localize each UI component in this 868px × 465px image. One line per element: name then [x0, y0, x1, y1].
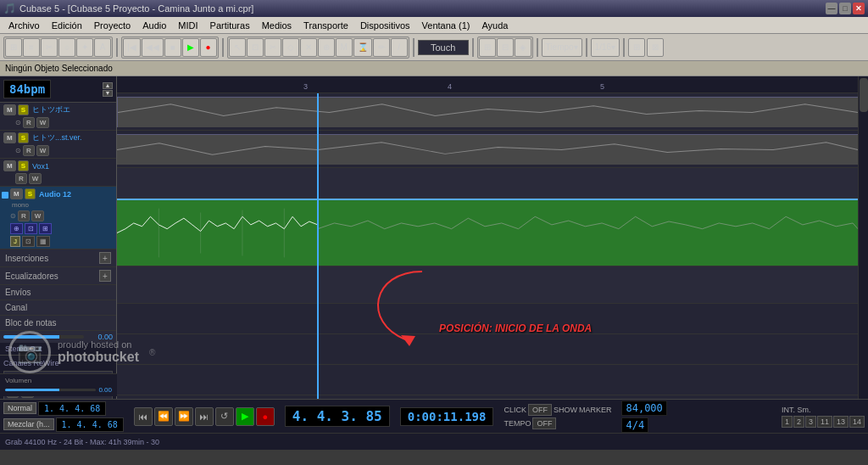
toolbar-btn-5[interactable]: ✦ — [76, 38, 93, 57]
line-tool[interactable]: / — [391, 38, 408, 57]
menu-edicion[interactable]: Edición — [47, 19, 87, 32]
canal-section[interactable]: Canal — [0, 300, 116, 316]
solo-btn-audio12[interactable]: S — [25, 188, 36, 199]
play-transport-btn[interactable]: ▶ — [236, 407, 254, 426]
write-btn-2[interactable]: W — [36, 145, 50, 156]
audio-ch-btn-1[interactable]: ⊕ — [10, 223, 23, 234]
marker-13[interactable]: 13 — [833, 416, 849, 428]
time-warp-tool[interactable]: ⌛ — [353, 38, 372, 57]
marker-3[interactable]: 3 — [805, 416, 816, 428]
menu-ayuda[interactable]: Ayuda — [476, 19, 513, 32]
inserts-add-btn[interactable]: + — [99, 252, 111, 264]
minimize-button[interactable]: — — [826, 3, 837, 14]
close-button[interactable]: ✕ — [853, 3, 865, 14]
tempo-dropdown[interactable]: Tiempo ▾ — [542, 38, 582, 57]
marker-1[interactable]: 1 — [782, 416, 793, 428]
solo-btn-1[interactable]: S — [18, 104, 29, 115]
toolbar-btn-4[interactable]: ⟐ — [58, 38, 75, 57]
audio-ch-btn-4[interactable]: J — [10, 236, 20, 247]
loop-btn[interactable]: ↺ — [215, 407, 234, 426]
normal-btn[interactable]: Normal — [3, 402, 36, 414]
track-audio12-content[interactable] — [117, 199, 858, 266]
quantize-dropdown[interactable]: 1/16 ▾ — [591, 38, 620, 57]
tempo-off-btn[interactable]: OFF — [532, 417, 556, 429]
marker-2[interactable]: 2 — [793, 416, 804, 428]
toolbar-btn-3[interactable]: ✂ — [41, 38, 58, 57]
extra-btn-1[interactable]: ⊞ — [628, 38, 645, 57]
menu-partituras[interactable]: Partituras — [205, 19, 255, 32]
track-vox1-content[interactable] — [117, 168, 858, 198]
bpm-down[interactable]: ▼ — [103, 90, 113, 97]
read-btn-2[interactable]: R — [23, 145, 35, 156]
rewind-btn[interactable]: ⏮ — [134, 407, 153, 426]
marker-14[interactable]: 14 — [849, 416, 865, 428]
grid-btn[interactable]: ⊟ — [497, 38, 514, 57]
snap-btn[interactable]: ⊞ — [479, 38, 496, 57]
menu-archivo[interactable]: Archivo — [3, 19, 45, 32]
go-end-transport-btn[interactable]: ⏭ — [195, 407, 214, 426]
solo-btn-2[interactable]: S — [18, 132, 29, 143]
track-1-clip[interactable] — [117, 97, 858, 127]
pointer-tool[interactable]: ↖ — [229, 38, 246, 57]
write-btn-audio12[interactable]: W — [31, 210, 45, 221]
toolbar-btn-6[interactable]: A — [94, 38, 111, 57]
track-empty-1[interactable] — [117, 304, 858, 334]
touch-display[interactable]: Touch — [418, 40, 469, 55]
track-empty-2[interactable] — [117, 334, 858, 365]
bpm-display[interactable]: 84bpm — [3, 80, 51, 98]
record-btn[interactable]: ● — [200, 38, 217, 57]
toolbar-btn-2[interactable]: ≡ — [23, 38, 40, 57]
audio-ch-btn-2[interactable]: ⊡ — [25, 223, 37, 234]
track-empty-3[interactable] — [117, 365, 858, 395]
maximize-button[interactable]: □ — [839, 3, 851, 14]
zoom-tool[interactable]: ⊕ — [318, 38, 335, 57]
scrollbar-thumb[interactable] — [860, 78, 868, 112]
write-btn-1[interactable]: W — [36, 117, 50, 128]
mute-tool[interactable]: M — [336, 38, 353, 57]
write-btn-vox1[interactable]: W — [29, 173, 42, 184]
menu-dispositivos[interactable]: Dispositivos — [355, 19, 415, 32]
draw-tool[interactable]: ✏ — [373, 38, 390, 57]
menu-audio[interactable]: Audio — [137, 19, 171, 32]
marker-11[interactable]: 11 — [817, 416, 832, 428]
main-vol-slider[interactable] — [5, 389, 96, 391]
range-tool[interactable]: ⊡ — [247, 38, 264, 57]
track-below-content[interactable] — [117, 266, 858, 303]
mezclar-btn[interactable]: Mezclar (h... — [3, 418, 54, 430]
track-2-clip[interactable] — [117, 134, 858, 165]
stop-btn[interactable]: ■ — [164, 38, 181, 57]
sends-section[interactable]: Envíos — [0, 285, 116, 300]
bpm-up[interactable]: ▲ — [103, 82, 113, 89]
fast-back-btn[interactable]: ⏪ — [154, 407, 173, 426]
color-btn[interactable]: ◈ — [515, 38, 531, 57]
fast-fwd-btn[interactable]: ⏩ — [175, 407, 193, 426]
play-btn[interactable]: ▶ — [182, 38, 199, 57]
mute-btn-1[interactable]: M — [3, 104, 16, 115]
right-scrollbar[interactable] — [858, 76, 868, 399]
erase-tool[interactable]: ✕ — [300, 38, 317, 57]
extra-btn-2[interactable]: ⊠ — [647, 38, 664, 57]
read-btn-vox1[interactable]: R — [15, 173, 27, 184]
menu-midi[interactable]: MIDI — [173, 19, 203, 32]
stereo-out[interactable]: Stereo Out — [0, 343, 116, 355]
mute-btn-2[interactable]: M — [3, 132, 16, 143]
track-respiraciones[interactable] — [117, 395, 858, 399]
audio-ch-btn-6[interactable]: ▦ — [36, 236, 50, 247]
read-btn-1[interactable]: R — [23, 117, 35, 128]
volume-slider[interactable] — [3, 335, 84, 339]
record-transport-btn[interactable]: ● — [256, 407, 275, 426]
toolbar-btn-1[interactable]: ⊞ — [5, 38, 22, 57]
audio-ch-btn-5[interactable]: ⊡ — [22, 236, 35, 247]
cut-tool[interactable]: ✂ — [264, 38, 281, 57]
go-end-btn[interactable]: ◀◀ — [142, 38, 164, 57]
solo-btn-vox1[interactable]: S — [18, 160, 29, 171]
glue-tool[interactable]: ◇ — [282, 38, 299, 57]
notepad-section[interactable]: Bloc de notas — [0, 316, 116, 331]
inserts-section[interactable]: Inserciones + — [0, 249, 116, 267]
mute-btn-vox1[interactable]: M — [3, 160, 16, 171]
eq-section[interactable]: Ecualizadores + — [0, 267, 116, 285]
audio-ch-btn-3[interactable]: ⊞ — [39, 223, 52, 234]
menu-proyecto[interactable]: Proyecto — [89, 19, 136, 32]
mute-btn-audio12[interactable]: M — [10, 188, 23, 199]
menu-ventana[interactable]: Ventana (1) — [417, 19, 476, 32]
